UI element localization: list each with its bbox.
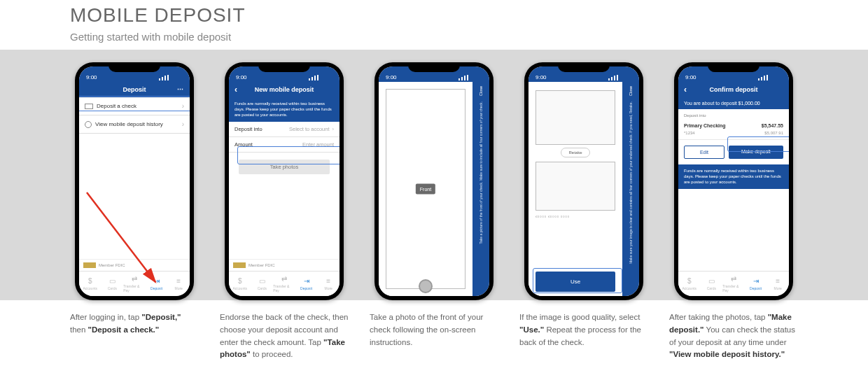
caption-text: Take a photo of the front of your check … xyxy=(370,313,483,346)
phone-frame: 9:00 Retake ⑆0000 ⑆0000 0000 Use Close M… xyxy=(524,62,643,300)
captions-row: After logging in, tap "Deposit," then "D… xyxy=(0,300,868,373)
highlight-deposit-check xyxy=(79,96,190,111)
tab-deposit[interactable]: ⇥Deposit xyxy=(146,272,168,296)
tab-accounts[interactable]: $Accounts xyxy=(79,272,102,296)
status-signal-icon xyxy=(758,75,782,80)
tab-deposit[interactable]: ⇥Deposit xyxy=(295,272,318,296)
edit-button[interactable]: Edit xyxy=(684,146,724,159)
account-row: Primary Checking $5,547.55 xyxy=(678,120,789,131)
fdic-notice: Member FDIC xyxy=(229,259,340,271)
caption-bold: "Deposit a check." xyxy=(88,325,160,334)
review-body: Retake ⑆0000 ⑆0000 0000 Use Close Make s… xyxy=(528,82,639,296)
retake-button[interactable]: Retake xyxy=(561,148,589,157)
chevron-right-icon: › xyxy=(182,120,184,128)
row-view-history[interactable]: View mobile deposit history › xyxy=(79,115,190,134)
tab-label: Deposit xyxy=(150,286,162,290)
status-signal-icon xyxy=(159,75,183,80)
status-time: 9:00 xyxy=(685,74,696,80)
camera-instruction: Take a picture of the front of your chec… xyxy=(479,101,483,244)
highlight-take-photos xyxy=(237,146,340,164)
tab-bar: $Accounts ▭Cards ⇄Transfer & Pay ⇥Deposi… xyxy=(79,271,190,296)
tab-label: Cards xyxy=(258,286,267,290)
step-3: 9:00 Front Close Take a picture of the f… xyxy=(370,62,498,300)
deposit-into-row[interactable]: Deposit into Select to account › xyxy=(229,122,340,137)
phone-screen-deposit: 9:00 Deposit ⋯ Deposit a check › View mo… xyxy=(79,66,190,296)
tab-deposit[interactable]: ⇥Deposit xyxy=(745,272,767,296)
tab-more[interactable]: ≡More xyxy=(167,272,190,296)
zoom-check-image xyxy=(536,162,615,211)
deposit-icon: ⇥ xyxy=(153,278,161,285)
tab-cards[interactable]: ▭Cards xyxy=(701,272,723,296)
card-icon: ▭ xyxy=(707,278,715,285)
phone-frame: 9:00 ‹ New mobile deposit Funds are norm… xyxy=(225,62,344,300)
page-subtitle: Getting started with mobile deposit xyxy=(70,31,868,43)
step-1: 9:00 Deposit ⋯ Deposit a check › View mo… xyxy=(70,62,199,300)
phone-notch xyxy=(408,62,460,72)
tab-accounts[interactable]: $Accounts xyxy=(229,272,251,296)
transfer-icon: ⇄ xyxy=(729,276,738,283)
chevron-right-icon: › xyxy=(332,126,335,132)
highlight-use xyxy=(533,268,622,293)
deposit-into-label: Deposit into xyxy=(234,126,262,132)
edit-label: Edit xyxy=(700,150,708,155)
caption-4: If the image is good quality, select "Us… xyxy=(519,311,648,361)
camera-body: Front Close Take a picture of the front … xyxy=(379,82,489,296)
nav-title: Deposit xyxy=(122,86,146,93)
menu-icon: ≡ xyxy=(324,278,332,285)
review-side-panel: Close Make sure your image is clear and … xyxy=(622,82,639,296)
tab-label: Accounts xyxy=(83,286,98,290)
info-text: Funds are normally received within two b… xyxy=(234,101,332,117)
close-button[interactable]: Close xyxy=(479,86,483,96)
account-name: Primary Checking xyxy=(684,123,726,128)
info-banner: Funds are normally received within two b… xyxy=(229,97,340,122)
phone-notch xyxy=(108,62,160,72)
highlight-make-deposit xyxy=(727,136,789,152)
caption-text: If the image is good quality, select xyxy=(519,313,640,321)
tab-transfer[interactable]: ⇄Transfer & Pay xyxy=(722,272,745,296)
caption-5: After taking the photos, tap "Make depos… xyxy=(669,311,798,361)
caption-text: to proceed. xyxy=(251,350,293,358)
balance-after: $5,007.91 xyxy=(764,131,783,135)
tab-cards[interactable]: ▭Cards xyxy=(251,272,274,296)
tab-label: Accounts xyxy=(682,286,697,290)
page-header: MOBILE DEPOSIT Getting started with mobi… xyxy=(0,0,868,50)
confirm-amount-text: You are about to deposit $1,000.00 xyxy=(684,101,760,106)
fdic-notice: Member FDIC xyxy=(79,259,190,271)
phone-frame: 9:00 Deposit ⋯ Deposit a check › View mo… xyxy=(75,62,194,300)
tab-cards[interactable]: ▭Cards xyxy=(102,272,124,296)
deposit-into-value: Select to account xyxy=(289,126,330,132)
card-icon: ▭ xyxy=(258,278,266,285)
tab-accounts[interactable]: $Accounts xyxy=(678,272,701,296)
status-time: 9:00 xyxy=(536,74,547,80)
captured-check-image xyxy=(536,90,615,145)
take-photos-label: Take photos xyxy=(270,164,298,170)
more-icon[interactable]: ⋯ xyxy=(177,86,184,93)
status-time: 9:00 xyxy=(236,74,247,80)
tab-transfer[interactable]: ⇄Transfer & Pay xyxy=(273,272,295,296)
tab-transfer[interactable]: ⇄Transfer & Pay xyxy=(123,272,146,296)
steps-row: 9:00 Deposit ⋯ Deposit a check › View mo… xyxy=(0,50,868,300)
back-icon[interactable]: ‹ xyxy=(684,85,687,94)
step-4: 9:00 Retake ⑆0000 ⑆0000 0000 Use Close M… xyxy=(519,62,648,300)
deposit-into-label-row: Deposit into xyxy=(678,109,789,120)
deposit-icon: ⇥ xyxy=(752,278,760,285)
confirm-amount-banner: You are about to deposit $1,000.00 xyxy=(678,97,789,109)
shutter-button[interactable] xyxy=(419,279,433,293)
tab-more[interactable]: ≡More xyxy=(766,272,789,296)
row-label: View mobile deposit history xyxy=(95,121,163,127)
tab-label: Deposit xyxy=(300,286,312,290)
tab-more[interactable]: ≡More xyxy=(317,272,340,296)
phone-notch xyxy=(258,62,310,72)
fdic-badge-icon xyxy=(233,262,246,268)
phone-notch xyxy=(708,62,760,72)
blank-area xyxy=(79,134,190,259)
close-button[interactable]: Close xyxy=(629,86,633,96)
retake-label: Retake xyxy=(568,150,582,155)
back-icon[interactable]: ‹ xyxy=(234,85,237,94)
phone-screen-confirm: 9:00 ‹ Confirm deposit You are about to … xyxy=(678,66,789,296)
clock-icon xyxy=(85,121,92,128)
phone-frame: 9:00 ‹ Confirm deposit You are about to … xyxy=(674,62,793,300)
tab-label: More xyxy=(174,286,182,290)
dollar-icon: $ xyxy=(236,278,244,285)
tab-label: Transfer & Pay xyxy=(123,284,146,293)
